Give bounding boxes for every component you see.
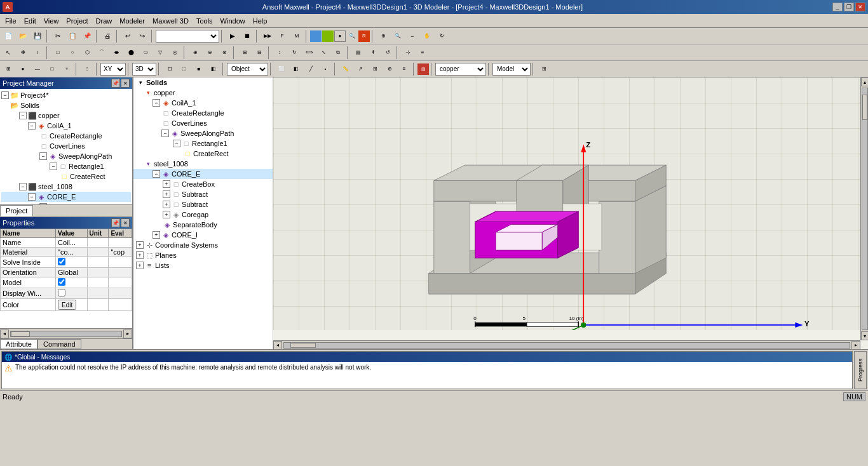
- view-fit[interactable]: ⊡: [163, 62, 177, 76]
- mt-core-i[interactable]: + ◈ CORE_I: [133, 230, 273, 240]
- expand-project4[interactable]: −: [1, 91, 9, 99]
- model-dropdown[interactable]: Model: [492, 63, 531, 76]
- expand-rect1[interactable]: −: [50, 163, 57, 170]
- prop-orient-value[interactable]: Global: [56, 268, 88, 277]
- scroll-track-h[interactable]: [10, 331, 122, 337]
- mt-createrect2[interactable]: □ CreateRect: [133, 149, 273, 159]
- prop-close[interactable]: ✕: [121, 218, 130, 227]
- undo-button[interactable]: ↩: [121, 29, 135, 43]
- menu-maxwell3d[interactable]: Maxwell 3D: [149, 16, 193, 26]
- draw-intersect[interactable]: ⊗: [217, 46, 231, 60]
- mt-ex-cb[interactable]: +: [163, 180, 170, 188]
- mt-createrect[interactable]: □ CreateRectangle: [133, 108, 273, 118]
- mt-expand-rect1[interactable]: −: [173, 140, 180, 147]
- move3[interactable]: ↕: [273, 46, 287, 60]
- tree-core-e[interactable]: − ◈ CORE_E: [1, 192, 131, 202]
- mt-lists[interactable]: + ≡ Lists: [133, 260, 273, 270]
- redo-button[interactable]: ↪: [135, 29, 149, 43]
- mt-planes[interactable]: + ⬚ Planes: [133, 250, 273, 260]
- menu-view[interactable]: View: [40, 16, 63, 26]
- menu-window[interactable]: Window: [217, 16, 249, 26]
- mt-ex-s1[interactable]: +: [163, 190, 170, 198]
- draw-circle[interactable]: ○: [65, 46, 79, 60]
- section-button[interactable]: ⊞: [238, 46, 252, 60]
- draw-subtract2[interactable]: ⊖: [203, 46, 217, 60]
- prop-display-value[interactable]: [56, 288, 88, 299]
- menu-draw[interactable]: Draw: [92, 16, 116, 26]
- material-dropdown[interactable]: copper: [435, 63, 486, 76]
- tb-btn-2[interactable]: [322, 30, 334, 42]
- tree-steel[interactable]: − ⬛ steel_1008: [1, 182, 131, 192]
- tab-command[interactable]: Command: [37, 339, 81, 349]
- tree-solids[interactable]: 📂 Solids: [1, 100, 131, 110]
- prop-material-value[interactable]: "co...: [56, 248, 88, 257]
- select-face[interactable]: ◧: [289, 62, 303, 76]
- tb-btn-4[interactable]: 🔍: [346, 30, 358, 42]
- mirror3[interactable]: ⟺: [302, 46, 316, 60]
- mt-expand-core-i[interactable]: +: [153, 231, 160, 239]
- attr-btn2[interactable]: ≡: [397, 62, 411, 76]
- draw-torus[interactable]: ◎: [168, 46, 182, 60]
- snap-grid[interactable]: ⊞: [1, 62, 15, 76]
- draw-ellipse[interactable]: ⬬: [109, 46, 123, 60]
- vscroll-up[interactable]: ▴: [861, 77, 869, 86]
- sweep-btn[interactable]: ↟: [366, 46, 380, 60]
- filter-btn[interactable]: ⋮: [80, 62, 94, 76]
- open-button[interactable]: 📂: [16, 29, 30, 43]
- stop-button[interactable]: ⏹: [240, 29, 254, 43]
- expand-copper[interactable]: −: [19, 112, 27, 119]
- plane-select[interactable]: XYXZYZ: [100, 63, 126, 76]
- v-scrollbar[interactable]: ▴ ▾: [860, 77, 868, 340]
- model-tree-panel[interactable]: ▾ Solids ▾ copper − ◈ CoilA_1 □ CreateRe…: [133, 77, 273, 349]
- draw-poly[interactable]: ⬡: [80, 46, 94, 60]
- save-button[interactable]: 💾: [31, 29, 44, 43]
- mesh-btn[interactable]: M: [290, 29, 304, 43]
- prop-color-value[interactable]: Edit: [56, 299, 88, 311]
- mt-coila1[interactable]: − ◈ CoilA_1: [133, 98, 273, 108]
- draw-box[interactable]: □: [51, 46, 65, 60]
- menu-modeler[interactable]: Modeler: [116, 16, 149, 26]
- mt-coregap[interactable]: + ◈ Coregap: [133, 210, 273, 220]
- view-color-btn[interactable]: ▤: [417, 63, 429, 75]
- mt-solids[interactable]: ▾ Solids: [133, 77, 273, 88]
- view-solid[interactable]: ■: [192, 62, 206, 76]
- draw-move[interactable]: ✥: [16, 46, 30, 60]
- view-shaded[interactable]: ◧: [207, 62, 220, 76]
- tree-createrect2[interactable]: □ CreateRect: [1, 171, 131, 182]
- tree-coverlines[interactable]: □ CoverLines: [1, 141, 131, 151]
- zoom-out[interactable]: −: [405, 29, 419, 43]
- draw-cyl[interactable]: ⬭: [139, 46, 153, 60]
- field-btn[interactable]: F: [275, 29, 289, 43]
- mt-sepbody[interactable]: ◈ SeparateBody: [133, 220, 273, 230]
- h-scrollbar[interactable]: ◂ ▸: [273, 340, 860, 349]
- tab-attribute[interactable]: Attribute: [0, 339, 37, 349]
- draw-select[interactable]: ↖: [1, 46, 15, 60]
- mt-expand-core-e[interactable]: −: [153, 170, 160, 178]
- meas-btn[interactable]: 📏: [339, 62, 353, 76]
- copy-button[interactable]: 📋: [65, 29, 79, 43]
- mt-core-e[interactable]: − ◈ CORE_E: [133, 169, 273, 179]
- paste-button[interactable]: 📌: [80, 29, 94, 43]
- vscroll-track[interactable]: [862, 88, 868, 330]
- analyze-button[interactable]: ▶▶: [261, 29, 275, 43]
- tree-copper[interactable]: − ⬛ copper: [1, 110, 131, 121]
- coord-btn[interactable]: ⊹: [401, 46, 415, 60]
- view-select[interactable]: 3D: [132, 63, 156, 76]
- mt-rect1[interactable]: − □ Rectangle1: [133, 138, 273, 149]
- local-btn[interactable]: ⊕: [383, 62, 397, 76]
- mt-coverlines[interactable]: □ CoverLines: [133, 118, 273, 128]
- prop-pin[interactable]: 📌: [111, 218, 120, 227]
- scale3[interactable]: ⤡: [316, 46, 330, 60]
- cut-button[interactable]: ✂: [51, 29, 65, 43]
- hscroll-right[interactable]: ▸: [851, 341, 860, 350]
- split-button[interactable]: ⊟: [252, 46, 266, 60]
- 3d-viewport[interactable]: Z Y: [273, 77, 868, 349]
- mt-copper[interactable]: ▾ copper: [133, 88, 273, 98]
- scroll-right[interactable]: ▸: [123, 330, 132, 338]
- select-all[interactable]: ⬜: [275, 62, 288, 76]
- snap-val[interactable]: ↗: [353, 62, 367, 76]
- menu-help[interactable]: Help: [249, 16, 271, 26]
- hist-btn[interactable]: ⊞: [368, 62, 382, 76]
- run-button[interactable]: ▶: [226, 29, 240, 43]
- menu-project[interactable]: Project: [62, 16, 92, 26]
